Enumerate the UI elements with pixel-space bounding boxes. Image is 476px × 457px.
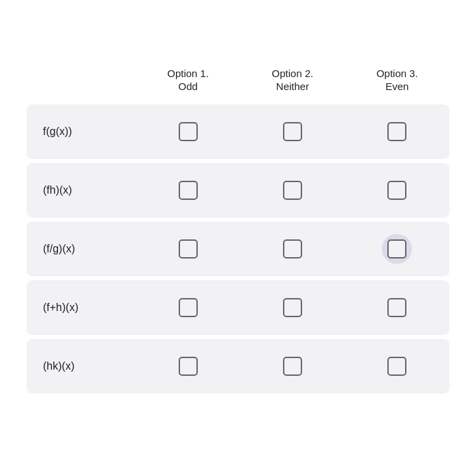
checkbox-row2-col1[interactable] xyxy=(179,181,198,200)
checkbox-cell-row5-col2 xyxy=(240,351,344,381)
checkbox-wrapper-row4-col3[interactable] xyxy=(382,293,412,323)
row-label-row3: (f/g)(x) xyxy=(27,243,136,255)
checkbox-row5-col2[interactable] xyxy=(283,357,302,376)
checkbox-row3-col1[interactable] xyxy=(179,239,198,259)
checkbox-wrapper-row3-col2[interactable] xyxy=(278,234,308,264)
checkbox-wrapper-row4-col2[interactable] xyxy=(278,293,308,323)
row-label-row5: (hk)(x) xyxy=(27,360,136,372)
checkbox-wrapper-row2-col3[interactable] xyxy=(382,175,412,205)
checkbox-cell-row4-col3 xyxy=(345,293,449,323)
header-option3: Option 3. Even xyxy=(345,67,449,93)
checkbox-cell-row1-col3 xyxy=(345,117,449,147)
header-option1: Option 1. Odd xyxy=(136,67,240,93)
checkbox-cell-row1-col1 xyxy=(136,117,240,147)
table-row: (fh)(x) xyxy=(27,163,449,218)
checkbox-wrapper-row5-col3[interactable] xyxy=(382,351,412,381)
checkbox-cell-row2-col2 xyxy=(240,175,344,205)
checkbox-cell-row3-col1 xyxy=(136,234,240,264)
checkbox-cell-row3-col3 xyxy=(345,234,449,264)
checkbox-cell-row2-col1 xyxy=(136,175,240,205)
checkbox-row4-col3[interactable] xyxy=(387,298,406,317)
checkbox-wrapper-row2-col2[interactable] xyxy=(278,175,308,205)
checkbox-row2-col3[interactable] xyxy=(387,181,406,200)
checkbox-wrapper-row1-col1[interactable] xyxy=(173,117,203,147)
table-row: f(g(x)) xyxy=(27,104,449,159)
checkbox-cell-row2-col3 xyxy=(345,175,449,205)
table-header: Option 1. Odd Option 2. Neither Option 3… xyxy=(27,60,449,104)
header-label-empty xyxy=(27,67,136,93)
checkbox-cell-row3-col2 xyxy=(240,234,344,264)
checkbox-wrapper-row4-col1[interactable] xyxy=(173,293,203,323)
checkbox-row1-col1[interactable] xyxy=(179,122,198,141)
table-row: (f+h)(x) xyxy=(27,280,449,335)
checkbox-wrapper-row3-col1[interactable] xyxy=(173,234,203,264)
header-option2: Option 2. Neither xyxy=(240,67,344,93)
checkbox-row5-col3[interactable] xyxy=(387,357,406,376)
options-table: Option 1. Odd Option 2. Neither Option 3… xyxy=(27,60,449,398)
checkbox-row3-col3[interactable] xyxy=(387,239,406,259)
checkbox-cell-row5-col1 xyxy=(136,351,240,381)
checkbox-row3-col2[interactable] xyxy=(283,239,302,259)
checkbox-cell-row5-col3 xyxy=(345,351,449,381)
row-label-row2: (fh)(x) xyxy=(27,184,136,196)
checkbox-row1-col2[interactable] xyxy=(283,122,302,141)
checkbox-row4-col2[interactable] xyxy=(283,298,302,317)
row-label-row4: (f+h)(x) xyxy=(27,301,136,314)
checkbox-row4-col1[interactable] xyxy=(179,298,198,317)
row-label-row1: f(g(x)) xyxy=(27,126,136,138)
checkbox-wrapper-row5-col2[interactable] xyxy=(278,351,308,381)
checkbox-wrapper-row1-col3[interactable] xyxy=(382,117,412,147)
checkbox-row2-col2[interactable] xyxy=(283,181,302,200)
checkbox-wrapper-row2-col1[interactable] xyxy=(173,175,203,205)
table-body: f(g(x))(fh)(x)(f/g)(x)(f+h)(x)(hk)(x) xyxy=(27,104,449,394)
checkbox-cell-row1-col2 xyxy=(240,117,344,147)
table-row: (hk)(x) xyxy=(27,339,449,394)
checkbox-wrapper-row5-col1[interactable] xyxy=(173,351,203,381)
table-row: (f/g)(x) xyxy=(27,222,449,276)
checkbox-row1-col3[interactable] xyxy=(387,122,406,141)
checkbox-wrapper-row3-col3[interactable] xyxy=(382,234,412,264)
checkbox-cell-row4-col2 xyxy=(240,293,344,323)
checkbox-row5-col1[interactable] xyxy=(179,357,198,376)
checkbox-wrapper-row1-col2[interactable] xyxy=(278,117,308,147)
checkbox-cell-row4-col1 xyxy=(136,293,240,323)
